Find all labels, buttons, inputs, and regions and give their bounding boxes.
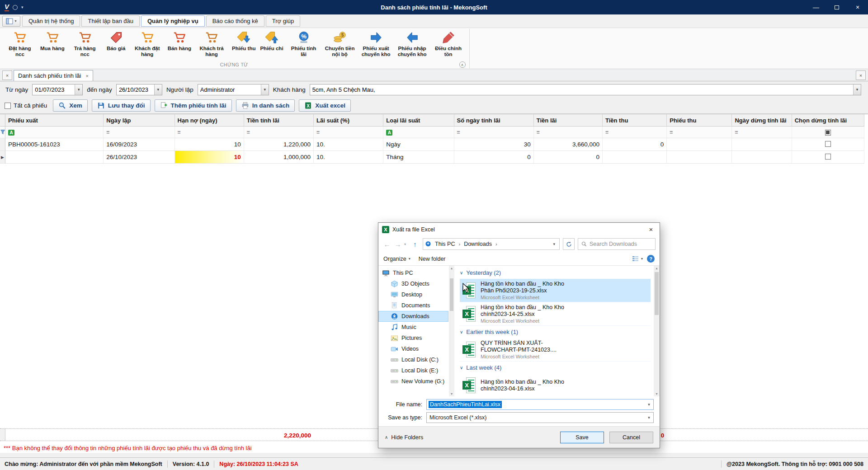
ribbon-button-phieu-thu[interactable]: Phiếu thu bbox=[230, 28, 258, 52]
scroll-down-icon[interactable]: ▾ bbox=[449, 392, 454, 396]
ribbon-button-mua-hang[interactable]: Mua hàng bbox=[38, 28, 67, 52]
ribbon-button-phieu-nhap-chuyen-kho[interactable]: Phiếu nhập chuyển kho bbox=[394, 28, 430, 58]
file-name-dropdown-icon[interactable]: ▾ bbox=[645, 402, 653, 407]
menu-tab-thiet-lap-ban-dau[interactable]: Thiết lập ban đầu bbox=[81, 15, 139, 27]
scrollbar-thumb[interactable] bbox=[450, 278, 453, 311]
column-header-tien-tinh-lai[interactable]: Tiền tính lãi bbox=[244, 114, 314, 127]
to-date-input[interactable] bbox=[117, 86, 154, 93]
cancel-button[interactable]: Cancel bbox=[609, 432, 653, 443]
all-vouchers-checkbox-group[interactable]: Tất cả phiếu bbox=[5, 102, 47, 109]
scroll-up-icon[interactable]: ▴ bbox=[449, 266, 454, 270]
ribbon-button-phieu-xuat-chuyen-kho[interactable]: Phiếu xuất chuyển kho bbox=[358, 28, 394, 58]
address-bar[interactable]: This PC›Downloads› ▾ bbox=[423, 238, 560, 250]
minimize-button[interactable]: — bbox=[806, 0, 826, 14]
dialog-close-button[interactable]: × bbox=[642, 223, 660, 236]
button-xuat-excel[interactable]: XXuất excel bbox=[299, 99, 351, 112]
filter-cell-tien-tinh-lai[interactable]: = bbox=[244, 127, 314, 138]
customer-dropdown-icon[interactable]: ▾ bbox=[853, 85, 861, 95]
new-folder-button[interactable]: New folder bbox=[419, 256, 446, 262]
table-row-1[interactable]: ▶26/10/2023101,000,00010.Tháng00 bbox=[0, 151, 864, 164]
group-header-yesterday-2[interactable]: ∨Yesterday (2) bbox=[460, 267, 651, 279]
menu-tab-bao-cao-thong-ke[interactable]: Báo cáo thống kê bbox=[206, 15, 264, 27]
sidebar-item-this-pc[interactable]: This PC bbox=[378, 268, 448, 278]
column-header-lai-suat[interactable]: Lãi suất (%) bbox=[314, 114, 383, 127]
column-header-han-no-ngay[interactable]: Hạn nợ (ngày) bbox=[175, 114, 244, 127]
recent-locations-icon[interactable]: ▾ bbox=[404, 242, 409, 246]
ribbon-button-bao-gia[interactable]: Báo giá bbox=[103, 28, 129, 52]
filter-cell-han-no-ngay[interactable]: = bbox=[175, 127, 244, 138]
file-item-hang-ton-kho-ban-dau-kho-kho-chinh2023-0[interactable]: XHàng tồn kho ban đầu _ Kho Kho chính202… bbox=[460, 374, 651, 396]
from-date-input[interactable] bbox=[33, 86, 75, 93]
organize-button[interactable]: Organize ▾ bbox=[383, 256, 410, 262]
file-item-quy-trinh-san-xuat-flowchart-pmt-241023[interactable]: XQUY TRÌNH SẢN XUẤT-FLOWCHART-PMT-241023… bbox=[460, 338, 651, 362]
cell-0-chon-dung-tinh-lai[interactable] bbox=[792, 138, 864, 151]
group-header-last-week-4[interactable]: ∨Last week (4) bbox=[460, 362, 651, 374]
table-row-0[interactable]: PBH00005-16102316/09/2023101,220,00010.N… bbox=[0, 138, 864, 151]
column-header-ngay-dung-tinh-lai[interactable]: Ngày dừng tính lãi bbox=[732, 114, 792, 127]
sidebar-item-local-disk-c[interactable]: Local Disk (C:) bbox=[378, 354, 448, 365]
breadcrumb-downloads[interactable]: Downloads bbox=[461, 239, 495, 249]
file-name-input[interactable]: DanhSachPhieuTinhLai.xlsx ▾ bbox=[426, 399, 654, 410]
tab-close-icon[interactable]: × bbox=[85, 73, 88, 79]
button-luu-thay-doi[interactable]: Lưu thay đổi bbox=[92, 99, 151, 112]
filter-cell-tien-lai[interactable]: = bbox=[534, 127, 603, 138]
sidebar-item-3d-objects[interactable]: 3D Objects bbox=[378, 278, 448, 289]
breadcrumb-this-pc[interactable]: This PC bbox=[432, 239, 458, 249]
column-header-tien-lai[interactable]: Tiền lãi bbox=[534, 114, 603, 127]
scroll-down-icon[interactable]: ▾ bbox=[654, 392, 660, 396]
sidebar-item-new-volume-g[interactable]: New Volume (G:) bbox=[378, 376, 448, 387]
filter-cell-phieu-xuat[interactable]: A bbox=[5, 127, 104, 138]
creator-dropdown-icon[interactable]: ▾ bbox=[261, 85, 269, 95]
sidebar-item-desktop[interactable]: Desktop bbox=[378, 289, 448, 300]
creator-input[interactable] bbox=[198, 86, 261, 93]
ribbon-collapse-icon[interactable]: ∧ bbox=[459, 61, 466, 68]
filelist-scrollbar[interactable]: ▴ ▾ bbox=[654, 266, 660, 396]
button-xem[interactable]: Xem bbox=[53, 99, 88, 112]
file-item-hang-ton-kho-ban-dau-kho-kho-chinh2023-1[interactable]: XHàng tồn kho ban đầu _ Kho Kho chính202… bbox=[460, 302, 651, 326]
search-input[interactable]: Search Downloads bbox=[578, 238, 656, 250]
up-icon[interactable]: ↑ bbox=[410, 240, 420, 248]
save-as-type-select[interactable]: Microsoft Excel (*.xlsx) ▾ bbox=[426, 412, 654, 423]
from-date-combo[interactable]: ▾ bbox=[32, 84, 83, 95]
column-header-chon-dung-tinh-lai[interactable]: Chọn dừng tính lãi bbox=[792, 114, 864, 127]
menu-tab-tro-giup[interactable]: Trợ giúp bbox=[266, 15, 301, 27]
sidebar-item-downloads[interactable]: Downloads bbox=[378, 311, 448, 322]
close-tab-button-right[interactable]: × bbox=[856, 70, 866, 80]
refresh-icon[interactable] bbox=[563, 238, 575, 250]
ribbon-button-dieu-chinh-ton[interactable]: Điều chỉnh tồn bbox=[430, 28, 467, 58]
column-header-ngay-lap[interactable]: Ngày lập bbox=[104, 114, 175, 127]
sidebar-scrollbar[interactable]: ▴ ▾ bbox=[449, 266, 454, 396]
tab-danh-sach-phieu-tinh-lai[interactable]: Danh sách phiếu tính lãi × bbox=[14, 70, 93, 81]
group-header-earlier-this-week-1[interactable]: ∨Earlier this week (1) bbox=[460, 326, 651, 338]
filter-cell-chon-dung-tinh-lai[interactable] bbox=[792, 127, 864, 138]
all-vouchers-checkbox[interactable] bbox=[5, 103, 11, 109]
button-them-phieu-tinh-lai[interactable]: Thêm phiếu tính lãi bbox=[155, 99, 232, 112]
hide-folders-button[interactable]: ∧ Hide Folders bbox=[385, 434, 423, 441]
quick-access-icon[interactable] bbox=[13, 5, 18, 10]
customer-input[interactable] bbox=[310, 86, 853, 93]
ribbon-button-phieu-chi[interactable]: Phiếu chi bbox=[258, 28, 285, 52]
stop-interest-checkbox[interactable] bbox=[825, 154, 831, 160]
scroll-up-icon[interactable]: ▴ bbox=[654, 266, 660, 270]
ribbon-button-ban-hang[interactable]: Bán hàng bbox=[165, 28, 193, 52]
sidebar-item-documents[interactable]: Documents bbox=[378, 300, 448, 311]
ribbon-button-phieu-tinh-lai[interactable]: %Phiếu tính lãi bbox=[286, 28, 322, 58]
sidebar-item-local-disk-e[interactable]: Local Disk (E:) bbox=[378, 365, 448, 376]
filter-cell-so-ngay-tinh-lai[interactable]: = bbox=[454, 127, 534, 138]
app-menu-button[interactable]: ▾ bbox=[2, 16, 20, 27]
filter-cell-phieu-thu[interactable]: = bbox=[667, 127, 732, 138]
button-in-danh-sach[interactable]: In danh sách bbox=[236, 99, 295, 112]
filter-cell-loai-lai-suat[interactable]: A bbox=[383, 127, 454, 138]
creator-combo[interactable]: ▾ bbox=[198, 84, 269, 95]
save-as-type-dropdown-icon[interactable]: ▾ bbox=[645, 415, 653, 420]
menu-tab-quan-tri-he-thong[interactable]: Quản trị hệ thống bbox=[22, 15, 80, 27]
column-header-loai-lai-suat[interactable]: Loại lãi suất bbox=[383, 114, 454, 127]
column-header-tien-thu[interactable]: Tiền thu bbox=[603, 114, 667, 127]
quick-access-dropdown-icon[interactable]: ▾ bbox=[21, 5, 24, 9]
save-button[interactable]: Save bbox=[560, 432, 604, 443]
menu-tab-quan-ly-nghiep-vu[interactable]: Quản lý nghiệp vụ bbox=[141, 15, 205, 27]
help-icon[interactable]: ? bbox=[647, 255, 655, 263]
ribbon-button-tra-hang-ncc[interactable]: Trả hàng ncc bbox=[67, 28, 103, 58]
file-item-hang-ton-kho-ban-dau-kho-kho-phan-phoi20[interactable]: XHàng tồn kho ban đầu _ Kho Kho Phân Phố… bbox=[460, 279, 651, 302]
maximize-button[interactable] bbox=[826, 0, 847, 14]
